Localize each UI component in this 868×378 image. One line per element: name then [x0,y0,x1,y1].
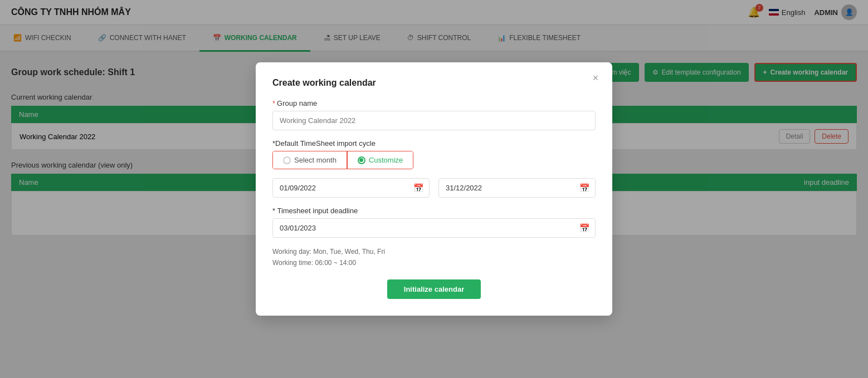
import-cycle-group: *Default TimeSheet import cycle Select m… [272,139,596,169]
group-name-label: * Group name [272,99,596,107]
group-name-group: * Group name [272,99,596,130]
import-cycle-label: *Default TimeSheet import cycle [272,139,596,148]
initialize-calendar-button[interactable]: Initialize calendar [387,279,481,299]
modal-close-button[interactable]: × [588,70,603,86]
deadline-group: * Timesheet input deadline 📅 [272,207,596,238]
import-cycle-options: Select month Customize [272,151,413,169]
deadline-date-input[interactable] [272,218,596,238]
date-range-row: 📅 📅 [272,178,596,198]
option-select-month[interactable]: Select month [273,151,347,169]
modal-title: Create working calendar [272,78,596,88]
working-time-text: Working time: 06:00 ~ 14:00 [272,258,596,268]
group-name-input[interactable] [272,111,596,130]
option-customize[interactable]: Customize [347,151,413,169]
date-from-input[interactable] [272,178,430,198]
modal-footer: Initialize calendar [272,279,596,299]
calendar-to-icon[interactable]: 📅 [579,183,590,193]
date-from-wrapper: 📅 [272,178,430,198]
date-to-wrapper: 📅 [438,178,596,198]
calendar-deadline-icon[interactable]: 📅 [579,223,590,233]
modal-overlay: Create working calendar × * Group name *… [0,0,868,378]
create-calendar-modal: Create working calendar × * Group name *… [256,62,612,315]
deadline-date-wrapper: 📅 [272,218,596,238]
customize-radio [358,156,365,164]
calendar-from-icon[interactable]: 📅 [413,183,424,193]
deadline-label: * Timesheet input deadline [272,207,596,215]
working-info: Working day: Mon, Tue, Wed, Thu, Fri Wor… [272,247,596,268]
working-day-text: Working day: Mon, Tue, Wed, Thu, Fri [272,247,596,257]
select-month-radio [283,156,291,164]
date-to-input[interactable] [438,178,596,198]
